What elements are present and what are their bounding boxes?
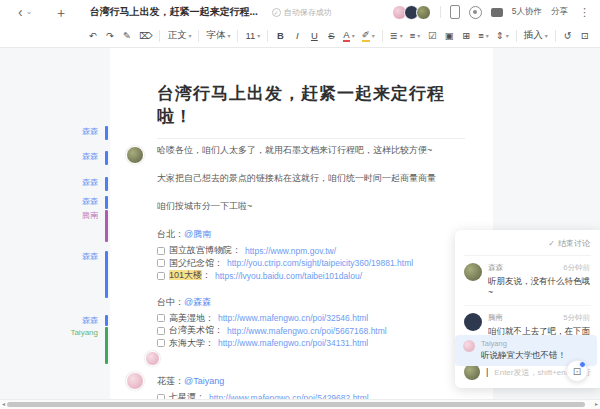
checkbox[interactable] xyxy=(157,314,165,322)
paragraph-style-dropdown[interactable]: 正文 ▾ xyxy=(167,29,191,42)
ordered-list-icon: ≣ xyxy=(390,30,398,41)
checkbox[interactable] xyxy=(157,272,165,280)
chat-text: 听说静宜大学也不错！ xyxy=(481,350,566,362)
font-color-dropdown[interactable]: A ▾ xyxy=(343,29,354,42)
scroll-left-icon[interactable]: ◂ xyxy=(2,400,5,409)
bold-button[interactable]: B xyxy=(275,31,285,41)
chevron-down-icon: ▾ xyxy=(486,32,489,39)
autosave-status: ✓ 自动保存成功 xyxy=(272,7,332,18)
checkbox[interactable] xyxy=(157,259,165,267)
title-divider xyxy=(157,138,465,139)
top-bar: ‹ ⌄ ＋ 台湾行马上出发，赶紧一起来定行程... ✓ 自动保存成功 5人协作 … xyxy=(0,0,600,24)
horizontal-scrollbar[interactable]: ◂ ▸ xyxy=(0,399,600,409)
author-edit-bar xyxy=(105,315,108,326)
resolve-label: 结束讨论 xyxy=(558,239,590,248)
font-color-icon: A xyxy=(343,29,349,42)
insert-image-icon[interactable]: ▣ xyxy=(444,31,454,41)
more-menu-icon[interactable]: ⋮ xyxy=(579,7,590,18)
presentation-icon[interactable] xyxy=(469,6,482,19)
section-taichung: 台中：@森森 高美湿地： http://www.mafengwo.cn/poi/… xyxy=(157,296,465,350)
check-icon: ✓ xyxy=(548,239,555,248)
chat-author: Taiyang xyxy=(481,339,566,348)
avatar-sensen xyxy=(464,364,480,380)
font-dropdown[interactable]: 字体 ▾ xyxy=(206,29,230,42)
divider xyxy=(267,30,268,42)
underline-button[interactable]: U xyxy=(309,31,319,41)
collaborator-avatars xyxy=(392,5,431,20)
avatar-taiyang xyxy=(463,340,475,352)
poi-link[interactable]: https://lvyou.baidu.com/taibei101dalou/ xyxy=(215,271,362,281)
checklist-item: 国父纪念馆： http://you.ctrip.com/sight/taipei… xyxy=(157,257,465,270)
autosave-label: 自动保存成功 xyxy=(284,7,332,18)
italic-button[interactable]: I xyxy=(292,31,302,41)
poi-link[interactable]: http://www.mafengwo.cn/poi/34131.html xyxy=(218,338,368,348)
highlight-color-dropdown[interactable]: ✐ ▾ xyxy=(362,29,375,42)
insert-table-icon[interactable]: ⊞ xyxy=(461,31,471,41)
format-painter-icon[interactable]: ✎ xyxy=(122,31,132,41)
line-spacing-icon: ⇕ xyxy=(496,30,504,41)
share-button[interactable]: 分享 xyxy=(551,6,568,18)
format-toolbar: ↶ ↷ ✎ ⌦ 正文 ▾ 字体 ▾ 11 ▾ B I U S A ▾ ✐ ▾ xyxy=(0,24,600,48)
checkbox[interactable] xyxy=(157,339,165,347)
author-edit-bar xyxy=(105,327,108,364)
poi-label-highlighted[interactable]: 101大楼 xyxy=(169,270,202,280)
checkbox[interactable] xyxy=(157,327,165,335)
scroll-right-icon[interactable]: ▸ xyxy=(595,400,598,409)
comment-time: 5分钟前 xyxy=(563,313,590,323)
author-edit-bar xyxy=(105,196,108,209)
doc-editor-window: ‹ ⌄ ＋ 台湾行马上出发，赶紧一起来定行程... ✓ 自动保存成功 5人协作 … xyxy=(0,0,600,409)
insert-dropdown[interactable]: 插入 ▾ xyxy=(524,29,548,42)
mention-link[interactable]: @森森 xyxy=(184,297,211,307)
bullet-list-dropdown[interactable]: ≡ ▾ xyxy=(410,30,421,41)
history-icon[interactable]: ↺ xyxy=(563,31,573,41)
comment-item: 森森 6分钟前 听朋友说，没有什么特色哦~ xyxy=(464,256,591,306)
undo-icon[interactable]: ↶ xyxy=(88,31,98,41)
document-tab-title[interactable]: 台湾行马上出发，赶紧一起来定行程... xyxy=(89,5,257,19)
line-spacing-dropdown[interactable]: ⇕ ▾ xyxy=(496,30,509,41)
poi-link[interactable]: http://www.mafengwo.cn/poi/32546.html xyxy=(218,313,368,323)
align-dropdown[interactable]: ≡ ▾ xyxy=(478,30,489,41)
poi-link[interactable]: http://you.ctrip.com/sight/taipeicity360… xyxy=(227,258,413,268)
divider xyxy=(516,30,517,42)
checklist-item: 高美湿地： http://www.mafengwo.cn/poi/32546.h… xyxy=(157,312,465,325)
new-tab-button[interactable]: ＋ xyxy=(54,6,67,19)
mention-link[interactable]: @Taiyang xyxy=(184,376,224,386)
chevron-down-icon: ▾ xyxy=(400,32,403,39)
bullet-list-icon: ≡ xyxy=(410,30,416,41)
divider xyxy=(555,30,556,42)
poi-link[interactable]: http://www.mafengwo.cn/poi/5667168.html xyxy=(227,326,387,336)
checkbox[interactable] xyxy=(157,247,165,255)
chat-toggle-button[interactable]: ⊡ xyxy=(566,360,588,382)
author-edit-bar xyxy=(105,177,108,191)
document-page[interactable]: 台湾行马上出发，赶紧一起来定行程啦！ 哈喽各位，咱们人太多了，就用石墨文档来订行… xyxy=(110,48,493,400)
section-taipei: 台北：@腾南 国立故宫博物院： https://www.npm.gov.tw/ … xyxy=(157,228,465,282)
checklist-item: 101大楼： https://lvyou.baidu.com/taibei101… xyxy=(157,269,465,282)
avatar-sensen[interactable] xyxy=(416,5,431,20)
ordered-list-dropdown[interactable]: ≣ ▾ xyxy=(390,30,403,41)
font-size-dropdown[interactable]: 11 ▾ xyxy=(245,30,260,41)
chevron-down-icon: ▾ xyxy=(188,32,191,39)
comment-author: 森森 xyxy=(488,263,503,273)
comments-icon[interactable] xyxy=(491,8,503,17)
mention-link[interactable]: @腾南 xyxy=(184,229,211,239)
collaborators-button[interactable]: 5人协作 xyxy=(512,6,542,18)
redo-icon[interactable]: ↷ xyxy=(105,31,115,41)
author-edit-bar xyxy=(105,126,108,140)
chevron-down-icon: ▾ xyxy=(352,32,355,39)
scrollbar-thumb[interactable] xyxy=(7,402,585,407)
resolve-discussion-button[interactable]: ✓结束讨论 xyxy=(464,236,591,256)
chevron-down-icon[interactable]: ⌄ xyxy=(26,8,33,16)
divider xyxy=(159,30,160,42)
back-icon[interactable]: ‹ xyxy=(18,5,23,19)
clear-format-icon[interactable]: ⌦ xyxy=(139,31,152,41)
poi-label: 台湾美术馆： xyxy=(169,324,223,337)
avatar-tengnan xyxy=(464,313,482,331)
chevron-down-icon: ▾ xyxy=(506,32,509,39)
shortcuts-icon[interactable]: ⊡ xyxy=(580,31,590,41)
checklist-item: 东海大学： http://www.mafengwo.cn/poi/34131.h… xyxy=(157,337,465,350)
checklist-icon[interactable]: ☑ xyxy=(427,31,437,41)
author-edit-bar xyxy=(105,151,108,165)
strikethrough-button[interactable]: S xyxy=(326,31,336,41)
mobile-preview-icon[interactable] xyxy=(450,5,460,19)
poi-link[interactable]: https://www.npm.gov.tw/ xyxy=(245,246,336,256)
